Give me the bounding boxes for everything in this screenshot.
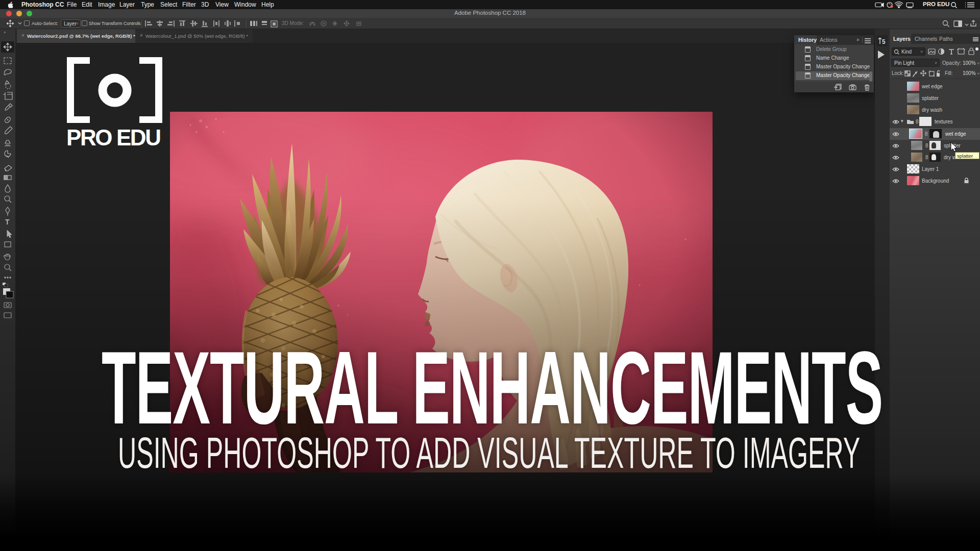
svg-text:T: T	[5, 218, 10, 226]
svg-text:»: »	[4, 30, 6, 35]
svg-text:5: 5	[882, 38, 886, 45]
svg-text:PRO EDU: PRO EDU	[66, 125, 161, 150]
svg-text:fx: fx	[923, 540, 927, 545]
